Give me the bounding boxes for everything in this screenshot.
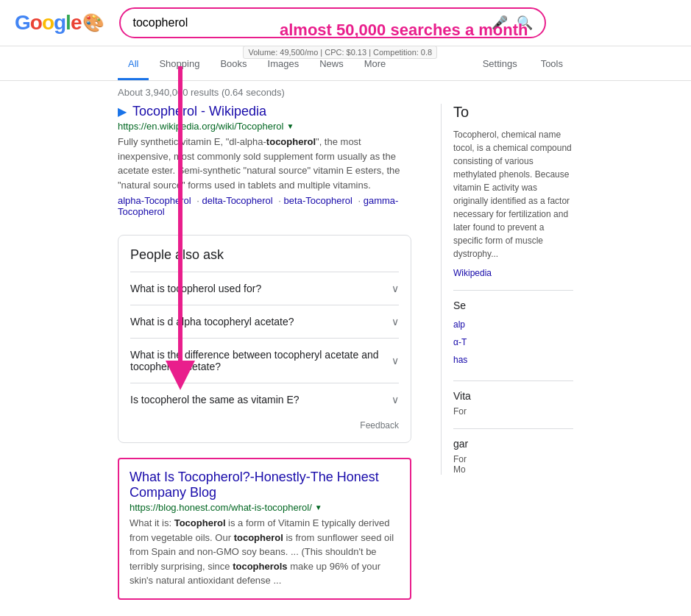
paa-chevron-1: ∨ xyxy=(391,283,399,294)
paa-chevron-4: ∨ xyxy=(391,394,399,406)
sidebar-description: Tocopherol, chemical name tocol, is a ch… xyxy=(453,128,573,261)
sidebar-link-alpha-t[interactable]: α-T xyxy=(453,337,467,347)
sidebar-title: To xyxy=(453,104,573,121)
results-count: About 3,940,000 results (0.64 seconds) xyxy=(0,81,691,104)
paa-question-2: What is d alpha tocopheryl acetate? xyxy=(130,316,294,328)
annotation-text: almost 50,000 searches a month xyxy=(280,21,528,40)
link-alpha-tocopherol[interactable]: alpha-Tocopherol xyxy=(118,195,191,206)
paa-chevron-3: ∨ xyxy=(391,355,399,367)
results-column: ▶ Tocopherol - Wikipedia https://en.wiki… xyxy=(118,104,411,616)
result-url-wikipedia: https://en.wikipedia.org/wiki/Tocopherol… xyxy=(118,121,411,132)
highlighted-result-honest: What Is Tocopherol?-Honestly-The Honest … xyxy=(118,458,411,600)
sidebar-text-has: has xyxy=(453,355,467,365)
sidebar-section-search: Se xyxy=(453,300,573,311)
paa-item-4[interactable]: Is tocopherol the same as vitamin E? ∨ xyxy=(130,383,399,416)
sidebar-section-gar: gar xyxy=(453,438,573,450)
sidebar-link-alp[interactable]: alp xyxy=(453,319,465,330)
result-title-honest[interactable]: What Is Tocopherol?-Honestly-The Honest … xyxy=(130,470,379,500)
main-content: ▶ Tocopherol - Wikipedia https://en.wiki… xyxy=(0,104,691,616)
paa-title: People also ask xyxy=(130,247,399,263)
link-delta-tocopherol[interactable]: delta-Tocopherol xyxy=(202,195,273,206)
tab-all[interactable]: All xyxy=(118,49,149,80)
paa-item-2[interactable]: What is d alpha tocopheryl acetate? ∨ xyxy=(130,305,399,338)
volume-hint: Volume: 49,500/mo | CPC: $0.13 | Competi… xyxy=(243,46,437,59)
paa-question-1: What is tocopherol used for? xyxy=(130,283,261,294)
paa-question-4: Is tocopherol the same as vitamin E? xyxy=(130,394,300,406)
tab-settings[interactable]: Settings xyxy=(472,49,528,80)
paa-item-1[interactable]: What is tocopherol used for? ∨ xyxy=(130,272,399,305)
result-snippet-wikipedia: Fully synthetic vitamin E, "dl-alpha-toc… xyxy=(118,135,411,192)
result-wikipedia: ▶ Tocopherol - Wikipedia https://en.wiki… xyxy=(118,104,411,220)
url-dropdown-icon-honest[interactable]: ▼ xyxy=(315,503,322,511)
sidebar-section-vita: Vita xyxy=(453,390,573,402)
link-beta-tocopherol[interactable]: beta-Tocopherol xyxy=(284,195,352,206)
result-snippet-honest: What it is: Tocopherol is a form of Vita… xyxy=(130,516,400,588)
paa-feedback[interactable]: Feedback xyxy=(130,420,399,431)
tab-shopping[interactable]: Shopping xyxy=(149,49,210,80)
sidebar-wiki-link[interactable]: Wikipedia xyxy=(453,268,492,278)
sidebar-column: To Tocopherol, chemical name tocol, is a… xyxy=(441,104,573,616)
google-logo: Google 🎨 xyxy=(15,11,104,35)
paa-chevron-2: ∨ xyxy=(391,316,399,328)
tab-tools[interactable]: Tools xyxy=(531,49,573,80)
url-dropdown-icon[interactable]: ▼ xyxy=(286,122,294,130)
nav-right: Settings Tools xyxy=(472,49,573,80)
result-title-wikipedia[interactable]: Tocopherol - Wikipedia xyxy=(132,104,266,119)
result-url-honest: https://blog.honest.com/what-is-tocopher… xyxy=(130,502,400,513)
result-links-wikipedia: alpha-Tocopherol · delta-Tocopherol · be… xyxy=(118,195,411,217)
paa-item-3[interactable]: What is the difference between tocophery… xyxy=(130,338,399,383)
header: Google 🎨 🎤 🔍 Volume: 49,500/mo | CPC: $0… xyxy=(0,0,691,46)
people-also-ask-box: People also ask What is tocopherol used … xyxy=(118,235,411,443)
result-arrow: ▶ xyxy=(118,105,127,118)
paa-question-3: What is the difference between tocophery… xyxy=(130,349,391,372)
